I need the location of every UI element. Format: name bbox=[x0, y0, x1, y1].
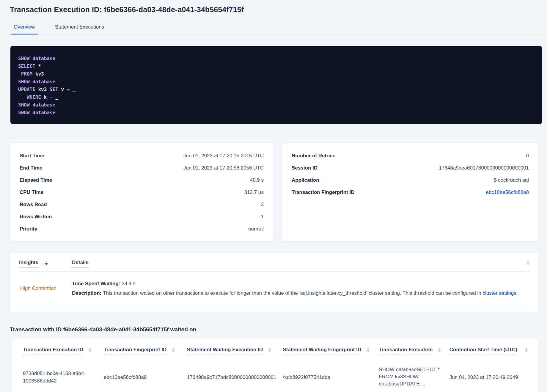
cluster-settings-link[interactable]: cluster settings bbox=[482, 290, 516, 296]
column-label: Transaction Execution ID bbox=[23, 347, 83, 355]
summary-label: Start Time bbox=[20, 153, 44, 159]
summary-row-application: Application $ cockroach sql bbox=[292, 174, 529, 186]
column-header-contention-start-time[interactable]: Contention Start Time (UTC) bbox=[449, 347, 528, 355]
transaction-execution-link[interactable]: SHOW databaseSELECT * bbox=[379, 366, 440, 373]
column-label: Statement Waiting Fingerprint ID bbox=[283, 347, 361, 355]
summary-value: 40.9 s bbox=[250, 177, 264, 183]
summary-label: Number of Retries bbox=[292, 153, 335, 159]
summary-row-elapsed-time: Elapsed Time 40.9 s bbox=[20, 174, 264, 186]
summary-label: Session ID bbox=[292, 165, 317, 171]
sort-arrows-icon[interactable] bbox=[172, 347, 175, 352]
session-summary-card: Number of Retries 0 Session ID 17648a9ee… bbox=[282, 142, 539, 242]
sort-arrows-icon[interactable] bbox=[268, 347, 271, 352]
column-header-transaction-execution[interactable]: Transaction Execution bbox=[379, 347, 449, 355]
summary-value: 1 bbox=[261, 214, 264, 220]
summary-value: 0 bbox=[526, 153, 529, 159]
insights-table: Insights Details High Contention Time Sp… bbox=[10, 252, 539, 312]
execution-summary-card: Start Time Jun 01, 2023 at 17:20:15:2015… bbox=[10, 142, 274, 242]
tab-statement-executions[interactable]: Statement Executions bbox=[53, 21, 106, 34]
column-label: Transaction Execution bbox=[379, 347, 433, 355]
column-header-transaction-fingerprint-id[interactable]: Transaction Fingerprint ID bbox=[104, 347, 187, 355]
description-label: Description: bbox=[72, 290, 101, 296]
summary-value: Jun 01, 2023 at 17:20:15:2015 UTC bbox=[183, 153, 264, 159]
description-suffix: . bbox=[516, 290, 518, 296]
waited-on-table: Transaction Execution ID Transaction Fin… bbox=[12, 338, 539, 392]
summary-label: Rows Written bbox=[20, 214, 52, 220]
transaction-execution-link[interactable]: FROM kv3SHOW bbox=[379, 374, 419, 380]
summary-row-rows-written: Rows Written 1 bbox=[20, 211, 264, 223]
column-header-statement-waiting-execution-id[interactable]: Statement Waiting Execution ID bbox=[187, 347, 283, 355]
sort-arrows-icon[interactable] bbox=[89, 347, 92, 352]
summary-row-cpu-time: CPU Time 312.7 µs bbox=[20, 186, 264, 198]
page-title: Transaction Execution ID: f6be6366-da03-… bbox=[0, 0, 547, 14]
summary-label: Application bbox=[292, 177, 319, 183]
column-header-transaction-execution-id[interactable]: Transaction Execution ID bbox=[23, 347, 104, 355]
insights-column-header[interactable]: Insights bbox=[19, 260, 72, 268]
summary-value: normal bbox=[248, 226, 264, 232]
insight-row: High Contention Time Spent Waiting:34.4 … bbox=[19, 272, 529, 307]
table-row: 9738d051-bc0e-4158-a9b4-1903586ddd42 ebc… bbox=[23, 359, 528, 392]
summary-row-txn-fingerprint-id: Transaction Fingerprint ID ebc10ae56cfd8… bbox=[292, 186, 529, 198]
insights-table-header: Insights Details bbox=[19, 260, 529, 268]
summary-label: Elapsed Time bbox=[20, 177, 52, 183]
transaction-execution-id-value: 9738d051-bc0e-4158-a9b4-1903586ddd42 bbox=[23, 370, 88, 385]
summary-value: 3 bbox=[261, 202, 264, 208]
waited-on-table-header: Transaction Execution ID Transaction Fin… bbox=[23, 347, 528, 355]
cell-statement-waiting-execution-id: 176498a9c717bdc80000000000000001 bbox=[187, 374, 283, 381]
time-spent-waiting: Time Spent Waiting:34.4 s bbox=[72, 280, 529, 287]
insight-details-cell: Time Spent Waiting:34.4 s Description:Th… bbox=[72, 280, 529, 297]
summary-label: CPU Time bbox=[20, 189, 43, 195]
sql-code: SHOW databaseSELECT * FROM kv3SHOW datab… bbox=[10, 46, 542, 124]
time-spent-waiting-value: 34.4 s bbox=[122, 281, 135, 286]
description-text: This transaction waited on other transac… bbox=[103, 290, 482, 296]
sort-arrows-icon[interactable] bbox=[526, 260, 529, 265]
transaction-execution-details-page: Transaction Execution ID: f6be6366-da03-… bbox=[0, 0, 547, 392]
tab-overview[interactable]: Overview bbox=[12, 21, 37, 34]
column-label: Statement Waiting Execution ID bbox=[187, 347, 263, 355]
waited-on-heading: Transaction with ID f6be6366-da03-48de-a… bbox=[10, 326, 539, 333]
sort-arrows-icon[interactable] bbox=[438, 347, 441, 352]
sort-arrows-icon[interactable] bbox=[45, 260, 48, 265]
cell-contention-start-time: Jun 01, 2023 at 17:20:49:2049 bbox=[449, 374, 528, 381]
summary-row-end-time: End Time Jun 01, 2023 at 17:20:56:2056 U… bbox=[20, 162, 264, 174]
time-spent-waiting-label: Time Spent Waiting: bbox=[72, 281, 120, 286]
details-column-header: Details bbox=[72, 260, 529, 268]
tab-bar: Overview Statement Executions bbox=[8, 21, 547, 35]
summary-value: 312.7 µs bbox=[244, 189, 264, 195]
summary-value: 17648a9eea6017800000000000000001 bbox=[439, 165, 529, 171]
summary-cards-row: Start Time Jun 01, 2023 at 17:20:15:2015… bbox=[10, 142, 539, 242]
column-label: Transaction Fingerprint ID bbox=[104, 347, 167, 355]
insight-description: Description:This transaction waited on o… bbox=[72, 290, 529, 297]
summary-row-retries: Number of Retries 0 bbox=[292, 150, 529, 162]
transaction-fingerprint-link[interactable]: ebc10ae56cfd88a8 bbox=[486, 189, 529, 195]
sort-arrows-icon[interactable] bbox=[525, 347, 528, 352]
summary-value: $ cockroach sql bbox=[494, 177, 529, 183]
insight-type-badge: High Contention bbox=[19, 286, 72, 291]
summary-label: End Time bbox=[20, 165, 42, 171]
summary-value: Jun 01, 2023 at 17:20:56:2056 UTC bbox=[183, 165, 264, 171]
cell-statement-waiting-fingerprint-id: \xdb8922f077541dda bbox=[283, 374, 379, 381]
summary-row-priority: Priority normal bbox=[20, 223, 264, 235]
cell-transaction-fingerprint-id: ebc10ae56cfd88a8 bbox=[104, 374, 187, 381]
transaction-execution-link[interactable]: databaseUPDATE ... bbox=[379, 381, 425, 387]
cell-transaction-execution: SHOW databaseSELECT * FROM kv3SHOW datab… bbox=[379, 366, 449, 388]
summary-row-rows-read: Rows Read 3 bbox=[20, 198, 264, 211]
cell-transaction-execution-id: 9738d051-bc0e-4158-a9b4-1903586ddd42 bbox=[23, 370, 104, 385]
summary-row-start-time: Start Time Jun 01, 2023 at 17:20:15:2015… bbox=[20, 150, 264, 162]
details-column-label: Details bbox=[72, 260, 89, 268]
column-label: Contention Start Time (UTC) bbox=[449, 347, 517, 355]
summary-label: Rows Read bbox=[20, 202, 47, 208]
insights-column-label: Insights bbox=[19, 260, 38, 268]
summary-label: Priority bbox=[20, 226, 37, 232]
sort-arrows-icon[interactable] bbox=[367, 347, 370, 352]
column-header-statement-waiting-fingerprint-id[interactable]: Statement Waiting Fingerprint ID bbox=[283, 347, 379, 355]
summary-row-session-id: Session ID 17648a9eea6017800000000000000… bbox=[292, 162, 529, 174]
summary-label: Transaction Fingerprint ID bbox=[292, 189, 355, 195]
